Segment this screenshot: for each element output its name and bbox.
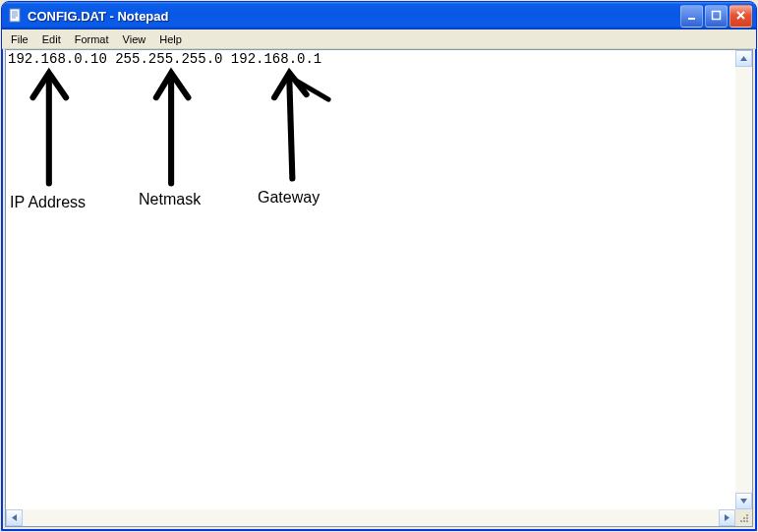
- title-bar[interactable]: CONFIG.DAT - Notepad: [2, 2, 756, 30]
- vertical-scrollbar[interactable]: [735, 50, 752, 509]
- svg-rect-17: [746, 514, 748, 516]
- svg-rect-18: [743, 517, 745, 519]
- scroll-left-button[interactable]: [6, 509, 23, 526]
- maximize-button[interactable]: [705, 5, 728, 28]
- svg-rect-19: [746, 517, 748, 519]
- minimize-button[interactable]: [680, 5, 703, 28]
- scroll-down-button[interactable]: [735, 493, 752, 509]
- menu-view[interactable]: View: [116, 31, 153, 47]
- scroll-right-button[interactable]: [719, 509, 735, 526]
- menu-format[interactable]: Format: [68, 31, 116, 47]
- text-editor[interactable]: 192.168.0.10 255.255.255.0 192.168.0.1: [6, 50, 735, 509]
- svg-marker-15: [12, 514, 17, 521]
- window-title: CONFIG.DAT - Notepad: [28, 9, 680, 24]
- menu-edit[interactable]: Edit: [35, 31, 68, 47]
- window-controls: [680, 5, 752, 28]
- svg-marker-14: [740, 499, 747, 503]
- resize-grip[interactable]: [735, 509, 752, 526]
- svg-rect-6: [712, 12, 720, 20]
- notepad-window: CONFIG.DAT - Notepad File Edit Format Vi…: [1, 1, 757, 531]
- svg-rect-20: [740, 520, 742, 522]
- svg-marker-13: [740, 56, 747, 61]
- hscroll-track[interactable]: [23, 509, 719, 526]
- svg-rect-21: [743, 520, 745, 522]
- vscroll-track[interactable]: [735, 67, 752, 493]
- svg-rect-22: [746, 520, 748, 522]
- svg-marker-16: [725, 514, 729, 521]
- client-area: 192.168.0.10 255.255.255.0 192.168.0.1 I…: [5, 49, 753, 527]
- horizontal-scrollbar[interactable]: [6, 509, 735, 526]
- menu-help[interactable]: Help: [152, 31, 189, 47]
- close-button[interactable]: [729, 5, 752, 28]
- app-icon: [8, 8, 24, 24]
- scroll-up-button[interactable]: [735, 50, 752, 67]
- menu-file[interactable]: File: [4, 31, 35, 47]
- svg-rect-5: [688, 18, 695, 20]
- menu-bar: File Edit Format View Help: [2, 30, 756, 49]
